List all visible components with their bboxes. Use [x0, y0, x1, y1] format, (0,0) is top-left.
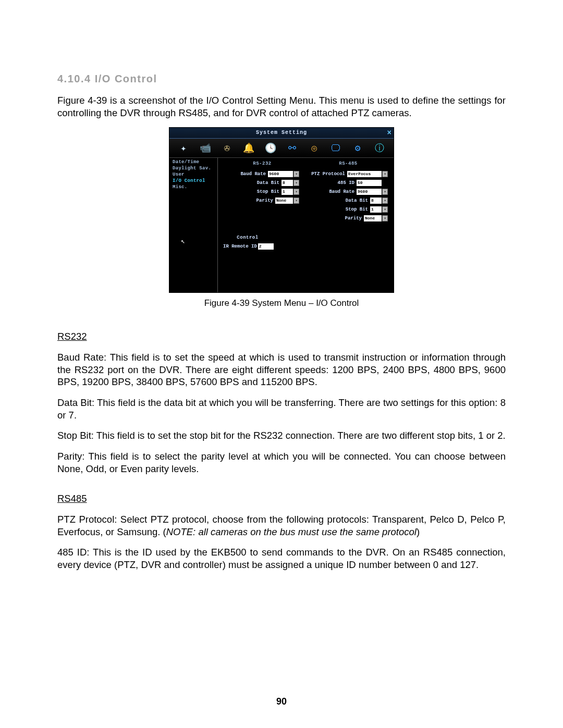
bell-icon[interactable]: 🔔 [243, 142, 254, 154]
rs485-stopbit-label: Stop Bit [307, 207, 368, 212]
chevron-down-icon[interactable]: ▾ [382, 198, 388, 204]
figure-caption: Figure 4-39 System Menu – I/O Control [57, 298, 506, 309]
rs232-stopbit-select[interactable]: 1 ▾ [282, 189, 293, 195]
rs485-ptz-label: PTZ Protocol [307, 171, 345, 177]
rs232-parity-paragraph: Parity: This field is to select the pari… [57, 450, 506, 475]
rs232-column: RS-232 Baud Rate 9600 ▾ Data Bit [223, 161, 301, 205]
gears-icon[interactable]: ⚙ [352, 142, 363, 154]
rs232-stopbit-paragraph: Stop Bit: This field is to set the stop … [57, 429, 506, 442]
rs485-parity-select[interactable]: None ▾ [364, 215, 382, 221]
chevron-down-icon[interactable]: ▾ [382, 215, 388, 221]
rs485-heading: RS485 [57, 492, 506, 505]
rs232-stopbit-value: 1 [283, 189, 285, 194]
rs485-id-value: 50 [358, 180, 363, 185]
rs232-databit-select[interactable]: 8 ▾ [282, 180, 293, 186]
rs485-column: RS-485 PTZ Protocol EverFocus ▾ 485 ID [307, 161, 390, 223]
rs232-parity-value: None [276, 198, 286, 203]
chevron-down-icon[interactable]: ▾ [382, 206, 388, 213]
dvr-titlebar: System Setting × [169, 128, 394, 139]
camera-icon[interactable]: 📹 [200, 142, 211, 154]
monitor-icon[interactable]: 🖵 [330, 142, 341, 154]
rs232-baud-select[interactable]: 9600 ▾ [268, 171, 293, 177]
dvr-toolbar: ✦ 📹 ✇ 🔔 🕓 ⚯ ◎ 🖵 ⚙ ⓘ [169, 139, 394, 158]
rs232-databit-value: 8 [283, 180, 285, 185]
rs485-databit-value: 8 [371, 198, 374, 203]
sidebar-item-misc[interactable]: Misc. [169, 184, 217, 190]
cursor-icon: ↖ [181, 237, 217, 245]
rs232-heading: RS-232 [223, 161, 301, 166]
close-icon[interactable]: × [387, 129, 391, 137]
rs485-parity-label: Parity [307, 216, 362, 221]
chevron-down-icon[interactable]: ▾ [382, 189, 388, 195]
info-icon[interactable]: ⓘ [374, 142, 385, 154]
rs232-parity-label: Parity [223, 198, 273, 203]
rs485-stopbit-select[interactable]: 1 ▾ [370, 206, 382, 213]
rs232-stopbit-label: Stop Bit [223, 189, 279, 194]
rs232-baud-label: Baud Rate [223, 171, 266, 177]
chevron-down-icon[interactable]: ▾ [293, 180, 299, 186]
dvr-main-panel: RS-232 Baud Rate 9600 ▾ Data Bit [218, 158, 394, 292]
chevron-down-icon[interactable]: ▾ [293, 189, 299, 195]
rs485-ptz-paragraph: PTZ Protocol: Select PTZ protocol, choos… [57, 513, 506, 538]
sidebar-item-user[interactable]: User [169, 171, 217, 178]
rs485-baud-select[interactable]: 9600 ▾ [357, 189, 382, 195]
rs232-heading: RS232 [57, 330, 506, 343]
chevron-down-icon[interactable]: ▾ [382, 171, 388, 177]
clock-icon[interactable]: 🕓 [265, 142, 276, 154]
control-block: Control IR Remote ID 2 [223, 235, 274, 250]
rs485-databit-select[interactable]: 8 ▾ [370, 198, 382, 204]
rs232-databit-label: Data Bit [223, 180, 279, 186]
dvr-body: Date/Time Daylight Sav. User I/O Control… [169, 158, 394, 292]
rs485-id-input[interactable]: 50 [357, 180, 382, 186]
rs485-heading: RS-485 [307, 161, 390, 166]
rs485-ptz-value: EverFocus [348, 171, 371, 176]
sidebar-item-datetime[interactable]: Date/Time [169, 159, 217, 165]
rs485-baud-value: 9600 [358, 189, 368, 194]
reel-icon[interactable]: ✇ [221, 142, 232, 154]
chevron-down-icon[interactable]: ▾ [293, 198, 299, 204]
intro-paragraph: Figure 4-39 is a screenshot of the I/O C… [57, 94, 506, 119]
document-page: 4.10.4 I/O Control Figure 4-39 is a scre… [0, 0, 563, 728]
chevron-down-icon[interactable]: ▾ [293, 171, 299, 177]
rs485-baud-label: Baud Rate [307, 189, 354, 194]
section-heading: 4.10.4 I/O Control [57, 73, 506, 85]
sparkle-icon[interactable]: ✦ [178, 142, 189, 154]
figure-screenshot: System Setting × ✦ 📹 ✇ 🔔 🕓 ⚯ ◎ 🖵 ⚙ ⓘ Dat… [57, 127, 506, 293]
rs485-databit-label: Data Bit [307, 198, 368, 203]
rs485-stopbit-value: 1 [371, 207, 374, 212]
network-icon[interactable]: ⚯ [287, 142, 298, 154]
rs485-ptz-select[interactable]: EverFocus ▾ [347, 171, 382, 177]
page-number: 90 [0, 696, 563, 707]
control-heading: Control [223, 235, 272, 240]
sidebar-item-io-control[interactable]: I/O Control [169, 178, 217, 184]
rs485-parity-value: None [365, 216, 375, 220]
sidebar-item-daylight[interactable]: Daylight Sav. [169, 165, 217, 171]
rs485-id-label: 485 ID [307, 180, 354, 186]
dvr-sidebar: Date/Time Daylight Sav. User I/O Control… [169, 158, 218, 292]
rs485-id-paragraph: 485 ID: This is the ID used by the EKB50… [57, 546, 506, 571]
dvr-window: System Setting × ✦ 📹 ✇ 🔔 🕓 ⚯ ◎ 🖵 ⚙ ⓘ Dat… [169, 127, 394, 293]
coins-icon[interactable]: ◎ [309, 142, 320, 154]
ir-remote-input[interactable]: 2 [258, 243, 274, 250]
rs232-parity-select[interactable]: None ▾ [275, 198, 293, 204]
rs232-baud-value: 9600 [269, 171, 279, 176]
dvr-title: System Setting [169, 128, 394, 138]
rs232-databit-paragraph: Data Bit: This field is the data bit at … [57, 397, 506, 421]
rs232-baud-paragraph: Baud Rate: This field is to set the spee… [57, 351, 506, 388]
ir-remote-label: IR Remote ID [223, 244, 257, 249]
